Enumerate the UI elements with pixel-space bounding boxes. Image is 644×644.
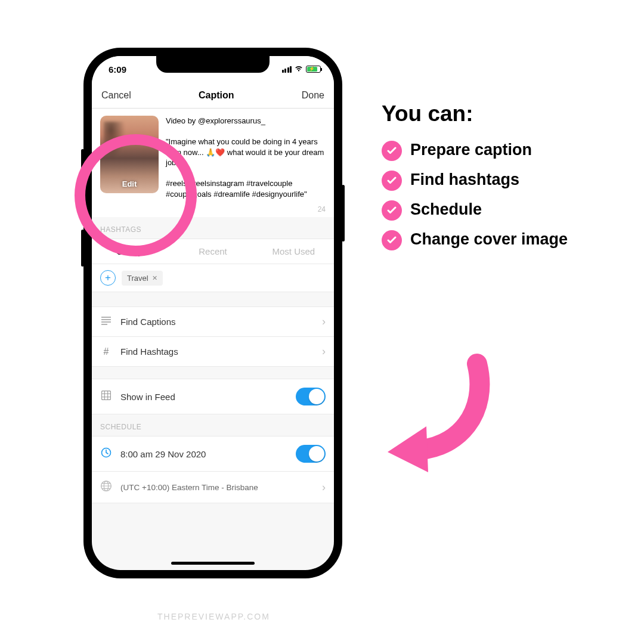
feature-item: Schedule [382, 199, 614, 221]
feature-item: Prepare caption [382, 140, 614, 161]
find-captions-row[interactable]: Find Captions › [92, 306, 334, 337]
show-in-feed-toggle[interactable] [296, 388, 326, 405]
chevron-right-icon: › [322, 345, 326, 358]
phone-button [81, 230, 84, 267]
hashtag-tabs: Groups Recent Most Used [92, 239, 334, 264]
spacer [92, 292, 334, 306]
schedule-time: 8:00 am 29 Nov 2020 [120, 449, 287, 459]
hashtag-group-row: + Travel ✕ [92, 264, 334, 292]
arrow-icon [370, 346, 501, 477]
watermark: THEPREVIEWAPP.COM [157, 612, 270, 621]
caption-text[interactable]: Video by @explorerssaurus_ "Imagine what… [166, 116, 326, 199]
list-icon [100, 317, 112, 327]
chevron-right-icon: › [322, 481, 326, 494]
row-label: Find Hashtags [120, 346, 314, 357]
feature-item: Change cover image [382, 229, 614, 250]
phone-button [81, 185, 84, 222]
battery-icon: ⚡ [306, 66, 321, 73]
feature-label: Schedule [410, 199, 482, 220]
add-group-button[interactable]: + [100, 270, 116, 286]
clock-icon [100, 447, 112, 461]
hashtag-count: 24 [92, 204, 334, 217]
timezone-label: (UTC +10:00) Eastern Time - Brisbane [120, 483, 314, 492]
feature-label: Change cover image [410, 229, 568, 250]
globe-icon [100, 480, 112, 494]
check-icon [382, 171, 402, 191]
phone-button [81, 149, 84, 170]
phone-frame: 6:09 ⚡ Cancel Caption Done Edit Video by… [83, 48, 342, 578]
spacer [92, 367, 334, 379]
schedule-toggle[interactable] [296, 445, 326, 463]
chip-label: Travel [127, 274, 148, 283]
grid-icon [100, 391, 112, 402]
close-icon[interactable]: ✕ [152, 274, 157, 282]
signal-icon [282, 66, 292, 73]
schedule-time-row[interactable]: 8:00 am 29 Nov 2020 [92, 436, 334, 472]
row-label: Find Captions [120, 317, 314, 327]
timezone-row[interactable]: (UTC +10:00) Eastern Time - Brisbane › [92, 472, 334, 503]
home-indicator [171, 562, 255, 565]
hash-icon: # [100, 346, 112, 357]
nav-bar: Cancel Caption Done [92, 82, 334, 109]
wifi-icon [294, 64, 304, 74]
tab-groups[interactable]: Groups [92, 239, 172, 264]
svg-rect-0 [102, 391, 111, 400]
phone-notch [156, 56, 270, 73]
row-label: Show in Feed [120, 392, 287, 402]
feature-item: Find hashtags [382, 169, 614, 191]
phone-screen: 6:09 ⚡ Cancel Caption Done Edit Video by… [92, 56, 334, 570]
feature-list: You can: Prepare caption Find hashtags S… [382, 101, 614, 259]
cover-thumbnail[interactable]: Edit [100, 116, 159, 193]
show-in-feed-row: Show in Feed [92, 379, 334, 414]
feature-label: Find hashtags [410, 169, 519, 190]
feature-heading: You can: [382, 101, 614, 126]
chevron-right-icon: › [322, 315, 326, 328]
hashtags-section-header: HASHTAGS [92, 217, 334, 239]
caption-editor[interactable]: Edit Video by @explorerssaurus_ "Imagine… [92, 109, 334, 204]
check-icon [382, 230, 402, 250]
find-hashtags-row[interactable]: # Find Hashtags › [92, 337, 334, 367]
hashtag-chip[interactable]: Travel ✕ [122, 271, 163, 286]
edit-cover-button[interactable]: Edit [100, 179, 159, 188]
tab-recent[interactable]: Recent [172, 239, 253, 264]
page-title: Caption [199, 90, 234, 101]
status-time: 6:09 [109, 64, 126, 75]
feature-label: Prepare caption [410, 140, 532, 160]
phone-button [342, 185, 345, 242]
done-button[interactable]: Done [302, 90, 324, 101]
tab-most-used[interactable]: Most Used [253, 239, 334, 264]
schedule-section-header: SCHEDULE [92, 414, 334, 436]
cancel-button[interactable]: Cancel [101, 90, 131, 101]
check-icon [382, 200, 402, 221]
check-icon [382, 141, 402, 161]
